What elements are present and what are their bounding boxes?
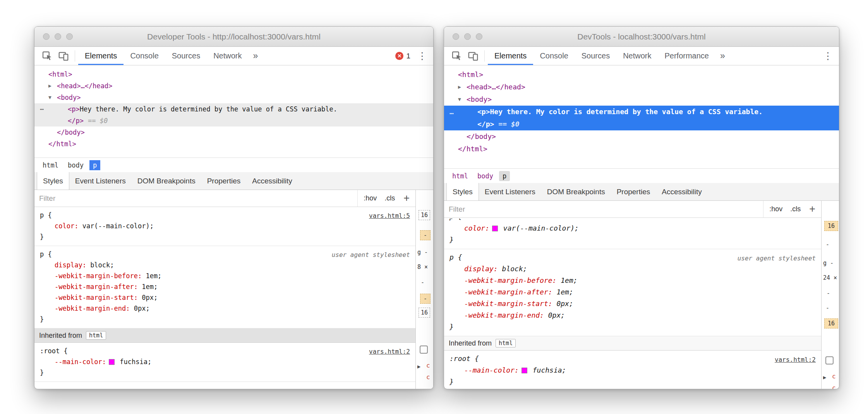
css-property[interactable]: -webkit-margin-start: 0px; [444,298,821,310]
cls-toggle-button[interactable]: .cls [384,194,395,202]
css-property[interactable]: display: block; [34,260,415,270]
tab-dom-breakpoints[interactable]: DOM Breakpoints [541,183,611,200]
tab-styles[interactable]: Styles [446,183,479,200]
tree-node-body[interactable]: ▼<body> [34,92,433,103]
tab-console[interactable]: Console [124,47,165,65]
tree-node-html[interactable]: <html> [34,68,433,80]
checkbox[interactable] [825,356,834,364]
close-button[interactable] [453,33,459,40]
css-property[interactable]: --main-color: fuchsia; [444,364,821,376]
tab-properties[interactable]: Properties [611,183,656,200]
box-model-value[interactable]: 16 [824,318,838,328]
box-model-value[interactable]: - [420,230,431,240]
tab-properties[interactable]: Properties [201,172,247,190]
property-value[interactable]: 0px; [544,311,565,319]
selected-tree-node-p[interactable]: … <p>Hey there. My color is determined b… [444,106,839,130]
checkbox[interactable] [420,346,428,354]
expander-triangle-icon[interactable]: ▶ [823,374,826,380]
tree-node-body[interactable]: ▼<body> [444,93,839,106]
rule-selector[interactable]: :root { [34,346,415,356]
css-property[interactable]: color: var(--main-color); [34,221,415,231]
expander-triangle-icon[interactable]: ▶ [417,363,420,370]
box-model-value[interactable]: - [420,294,431,304]
inherited-tag-link[interactable]: html [86,331,106,340]
css-property[interactable]: --main-color: fuchsia; [34,356,415,367]
color-swatch[interactable] [492,226,498,231]
property-value[interactable]: block; [86,261,114,269]
css-property[interactable]: -webkit-margin-after: 1em; [444,286,821,298]
stylesheet-link[interactable]: vars.html:5 [369,210,410,221]
property-value[interactable]: 1em; [552,288,573,296]
filter-input[interactable]: Filter [449,205,763,214]
property-name[interactable]: --main-color: [464,366,519,374]
css-property[interactable]: -webkit-margin-after: 1em; [34,281,415,292]
property-name[interactable]: -webkit-margin-start: [464,299,552,308]
box-model-value[interactable]: 16 [419,210,430,220]
property-name[interactable]: color: [55,222,78,230]
css-property[interactable]: -webkit-margin-start: 0px; [34,292,415,303]
tree-node-body-close[interactable]: </body> [34,127,433,138]
rule-selector[interactable]: :root { [444,353,821,364]
property-value[interactable]: 1em; [556,276,577,284]
property-name[interactable]: -webkit-margin-end: [464,311,544,319]
css-property[interactable]: -webkit-margin-end: 0px; [34,303,415,314]
minimize-button[interactable] [464,33,471,40]
tab-dom-breakpoints[interactable]: DOM Breakpoints [132,172,201,190]
disclosure-triangle-icon[interactable]: ▶ [48,80,51,92]
property-value[interactable]: 1em; [138,283,158,291]
tree-node-head[interactable]: ▶<head>…</head> [34,80,433,92]
box-model-value[interactable]: 16 [419,308,430,318]
tab-console[interactable]: Console [533,47,575,65]
zoom-button[interactable] [66,33,73,40]
tab-network[interactable]: Network [616,47,658,65]
color-swatch[interactable] [521,368,527,373]
hov-toggle-button[interactable]: :hov [364,194,377,202]
window-titlebar[interactable]: Developer Tools - http://localhost:3000/… [34,27,433,47]
kebab-menu-icon[interactable]: ⋮ [820,47,839,65]
css-property[interactable]: display: block; [444,263,821,275]
close-button[interactable] [43,33,50,40]
tab-event-listeners[interactable]: Event Listeners [69,172,132,190]
property-value[interactable]: 0px; [552,299,573,308]
tab-network[interactable]: Network [207,47,248,65]
css-property[interactable]: color: var(--main-color); [444,222,821,234]
property-value[interactable]: block; [498,265,527,273]
error-badge[interactable]: ✕ 1 [391,47,414,65]
breadcrumb-item-p[interactable]: p [89,160,100,170]
tab-performance[interactable]: Performance [658,47,716,65]
disclosure-triangle-icon[interactable]: ▼ [48,92,51,103]
disclosure-triangle-icon[interactable]: ▼ [458,93,461,106]
css-property[interactable]: -webkit-margin-end: 0px; [444,310,821,321]
tab-sources[interactable]: Sources [165,47,207,65]
css-property[interactable]: -webkit-margin-before: 1em; [444,275,821,286]
tab-event-listeners[interactable]: Event Listeners [479,183,541,200]
property-name[interactable]: display: [464,265,498,273]
device-toolbar-icon[interactable] [465,47,481,65]
property-name[interactable]: display: [55,261,86,269]
breadcrumb-item-p[interactable]: p [499,171,510,181]
property-name[interactable]: -webkit-margin-before: [55,272,142,280]
stylesheet-link[interactable]: vars.html:2 [775,354,816,366]
minimize-button[interactable] [55,33,61,40]
property-value[interactable]: var(--main-color); [499,224,579,232]
property-name[interactable]: --main-color: [55,358,106,366]
css-property[interactable]: -webkit-margin-before: 1em; [34,270,415,281]
color-swatch[interactable] [109,359,115,365]
property-name[interactable]: color: [464,224,489,232]
property-name[interactable]: -webkit-margin-after: [464,288,552,296]
more-tabs-icon[interactable]: » [715,47,730,65]
property-value[interactable]: fuchsia; [116,358,151,366]
cls-toggle-button[interactable]: .cls [790,205,801,213]
property-value[interactable]: 0px; [138,294,158,301]
inspect-element-icon[interactable] [39,47,55,65]
inherited-tag-link[interactable]: html [496,339,516,347]
hov-toggle-button[interactable]: :hov [769,205,782,213]
property-value[interactable]: var(--main-color); [78,222,153,230]
filter-input[interactable]: Filter [39,194,357,203]
tab-elements[interactable]: Elements [488,47,533,65]
window-titlebar[interactable]: DevTools - localhost:3000/vars.html [444,27,839,47]
property-name[interactable]: -webkit-margin-before: [464,276,556,284]
kebab-menu-icon[interactable]: ⋮ [414,47,433,65]
tree-node-html[interactable]: <html> [444,68,839,81]
breadcrumb-item-html[interactable]: html [449,171,472,181]
